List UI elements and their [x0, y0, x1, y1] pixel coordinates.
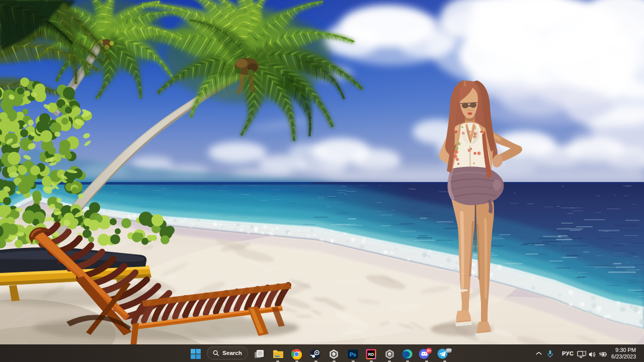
svg-text:107: 107 [446, 348, 452, 352]
svg-text:9+: 9+ [427, 349, 431, 352]
svg-text:RD: RD [368, 352, 374, 357]
svg-text:Ps: Ps [350, 351, 356, 357]
